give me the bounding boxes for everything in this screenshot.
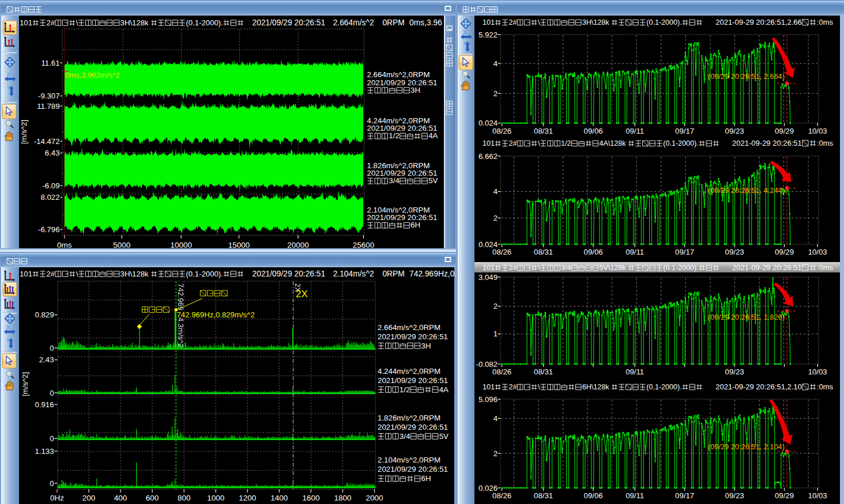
svg-text:(09/29 20:26:51, 4.244): (09/29 20:26:51, 4.244): [708, 186, 785, 195]
svg-text:11.61: 11.61: [41, 59, 59, 67]
svg-text:09/17: 09/17: [675, 248, 694, 256]
svg-text:\: \: [538, 139, 540, 147]
svg-text:6.43: 6.43: [45, 149, 60, 157]
svg-text:2021/09/29 20:26:51: 2021/09/29 20:26:51: [378, 465, 448, 473]
svg-text:\: \: [76, 270, 78, 278]
svg-text:2021/09/29 20:26:51: 2021/09/29 20:26:51: [367, 213, 438, 222]
svg-text:09/23: 09/23: [725, 367, 744, 376]
svg-text:3/4: 3/4: [400, 432, 410, 441]
svg-text:1800: 1800: [334, 494, 351, 502]
svg-text:(09/29 20:26:51, 2.104): (09/29 20:26:51, 2.104): [708, 442, 785, 451]
svg-text:\: \: [538, 18, 540, 26]
svg-text:101: 101: [20, 18, 32, 27]
svg-text:08/31: 08/31: [534, 367, 553, 376]
svg-text:(0.1-2000).: (0.1-2000).: [663, 139, 699, 147]
svg-text:08/26: 08/26: [492, 367, 511, 376]
svg-text:09/23: 09/23: [725, 127, 744, 135]
svg-text:3/4: 3/4: [561, 264, 571, 272]
svg-text:2X: 2X: [296, 289, 308, 300]
svg-text:-6.09: -6.09: [42, 181, 59, 190]
svg-text:101: 101: [20, 270, 32, 278]
svg-text:08/26: 08/26: [492, 248, 511, 256]
svg-text:4: 4: [493, 414, 498, 423]
svg-text:10/03: 10/03: [808, 127, 827, 135]
svg-text:3H: 3H: [421, 342, 431, 350]
svg-text:2.104m/s^2: 2.104m/s^2: [333, 270, 374, 278]
svg-text:10/03: 10/03: [808, 367, 827, 376]
svg-text:2021/09/29 20:26:51: 2021/09/29 20:26:51: [253, 270, 326, 278]
svg-text:1400: 1400: [270, 494, 288, 502]
svg-text:1000: 1000: [207, 494, 224, 502]
svg-text:\: \: [538, 383, 540, 391]
svg-text:-6.796: -6.796: [38, 225, 59, 234]
svg-text:4: 4: [493, 59, 498, 68]
svg-text:09/11: 09/11: [626, 248, 644, 256]
svg-text:0.916: 0.916: [35, 400, 54, 409]
svg-text:Y: Y: [7, 85, 10, 90]
svg-text:4.244m/s^2,0RPM: 4.244m/s^2,0RPM: [378, 367, 440, 376]
svg-text:6H: 6H: [410, 221, 420, 229]
svg-text:600: 600: [146, 494, 159, 502]
svg-text:15000: 15000: [228, 241, 250, 249]
svg-text:1200: 1200: [239, 494, 256, 502]
svg-text:3/4: 3/4: [389, 176, 400, 185]
svg-text:2000: 2000: [366, 494, 383, 502]
svg-text::0ms: :0ms: [817, 139, 834, 147]
svg-text:08/31: 08/31: [534, 127, 553, 135]
svg-text:[m/s^2]: [m/s^2]: [21, 372, 29, 396]
svg-text:2#: 2#: [508, 18, 517, 26]
svg-text:2: 2: [493, 214, 498, 222]
svg-text:101: 101: [483, 139, 495, 147]
svg-text:\: \: [538, 264, 540, 272]
svg-text:2021/09/29 20:26:51: 2021/09/29 20:26:51: [367, 124, 438, 132]
svg-text:X: X: [7, 71, 10, 77]
svg-text:200: 200: [82, 494, 96, 502]
svg-text:5.922: 5.922: [478, 31, 498, 39]
svg-text:(09/29 20:26:51, 2.664): (09/29 20:26:51, 2.664): [708, 72, 785, 81]
svg-text:0Hz: 0Hz: [50, 494, 64, 502]
svg-text:5.096: 5.096: [478, 395, 498, 404]
svg-text:2#: 2#: [46, 270, 55, 278]
svg-text:10/03: 10/03: [808, 248, 827, 256]
svg-text:2021/09/29 20:26:51: 2021/09/29 20:26:51: [378, 423, 448, 431]
svg-text::0ms: :0ms: [817, 263, 834, 272]
svg-text:800: 800: [178, 494, 191, 502]
svg-text:6H\128k: 6H\128k: [582, 383, 610, 391]
svg-text:09/06: 09/06: [584, 248, 603, 256]
svg-text:09/29: 09/29: [775, 248, 794, 256]
svg-text:2#: 2#: [508, 139, 517, 147]
svg-text:[m/s^2]: [m/s^2]: [20, 120, 28, 144]
svg-text:0RPM: 0RPM: [382, 270, 404, 278]
svg-text:2021-09-29 20:26:51: 2021-09-29 20:26:51: [732, 263, 802, 272]
svg-text:4.3m/s^2: 4.3m/s^2: [176, 317, 185, 347]
svg-text:5V: 5V: [428, 176, 438, 185]
svg-text:742.969Hz,0.: 742.969Hz,0.: [409, 270, 457, 278]
svg-text:10/03: 10/03: [808, 491, 827, 500]
svg-text:1.133: 1.133: [35, 447, 54, 456]
svg-text:2.664m/s^2: 2.664m/s^2: [333, 18, 374, 27]
svg-text:3.049: 3.049: [478, 273, 498, 282]
svg-text:1/2: 1/2: [561, 139, 571, 147]
svg-text:1/2: 1/2: [389, 131, 400, 140]
svg-text:(09/29 20:26:51, 1.826): (09/29 20:26:51, 1.826): [708, 313, 785, 321]
svg-text:(0.1-2000).: (0.1-2000).: [186, 18, 223, 27]
svg-text:5V\128k: 5V\128k: [599, 264, 626, 272]
svg-text:2: 2: [493, 302, 498, 310]
svg-text:09/11: 09/11: [626, 491, 644, 500]
svg-text:1: 1: [493, 329, 498, 338]
svg-text:5000: 5000: [113, 241, 130, 249]
svg-text:1600: 1600: [302, 494, 319, 502]
svg-text:2021-09-29 20:26:51,2.10: 2021-09-29 20:26:51,2.10: [715, 382, 802, 391]
svg-text:1/2: 1/2: [400, 385, 410, 394]
svg-text:2: 2: [493, 449, 498, 458]
svg-text:0ms,3.96: 0ms,3.96: [409, 18, 442, 27]
svg-text:2021/09/29 20:26:51: 2021/09/29 20:26:51: [367, 169, 438, 177]
svg-text:X: X: [6, 324, 10, 330]
svg-text:4: 4: [493, 187, 498, 196]
svg-text:-9.307: -9.307: [38, 92, 59, 100]
svg-text:0: 0: [50, 479, 54, 488]
svg-text:(0.1-2000).: (0.1-2000).: [663, 264, 699, 272]
svg-text:0: 0: [50, 344, 54, 353]
svg-text:6.662: 6.662: [478, 152, 498, 161]
svg-text:09/11: 09/11: [626, 367, 644, 376]
